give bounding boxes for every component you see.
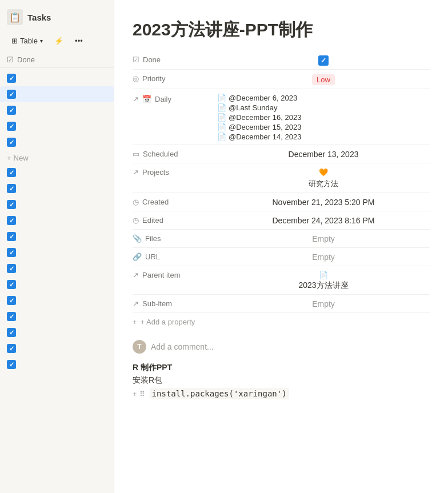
drag-handle-icon[interactable]: ⠿ <box>139 390 145 398</box>
table-row[interactable] <box>0 245 114 260</box>
created-label-text: Created <box>142 198 169 206</box>
add-property-button[interactable]: + + Add a property <box>133 313 430 331</box>
table-row[interactable] <box>0 181 114 197</box>
table-row[interactable] <box>0 134 114 150</box>
list-item[interactable]: 📄 @December 15, 2023 <box>217 123 301 131</box>
table-row[interactable] <box>0 213 114 229</box>
table-view-button[interactable]: ⊞ Table ▾ <box>7 34 47 47</box>
daily-entry-text: @December 15, 2023 <box>229 123 301 131</box>
done-checkbox[interactable] <box>7 328 16 337</box>
created-value: November 21, 2023 5:20 PM <box>217 197 430 207</box>
priority-icon: ◎ <box>133 74 139 83</box>
edited-value: December 24, 2023 8:16 PM <box>217 215 430 225</box>
properties-section: ☑ Done ◎ Priority Low ↗ 📅 Daily <box>114 51 448 331</box>
row-group-1 <box>0 70 114 150</box>
table-row[interactable] <box>0 356 114 372</box>
created-property-row: ◷ Created November 21, 2023 5:20 PM <box>133 193 430 211</box>
arrow-up-right-icon: ↗ <box>133 168 139 177</box>
code-text: install.packages('xaringan') <box>150 388 289 399</box>
table-row[interactable] <box>0 324 114 340</box>
done-checkbox[interactable] <box>7 90 16 99</box>
sidebar-rows: + New <box>0 68 114 493</box>
table-row[interactable] <box>0 260 114 276</box>
parent-item-label: ↗ Parent item <box>133 270 217 279</box>
done-checkbox[interactable] <box>7 106 16 115</box>
new-row-button[interactable]: + New <box>0 151 114 165</box>
done-checkbox[interactable] <box>7 264 16 273</box>
doc-icon: 📄 <box>217 94 226 102</box>
table-row[interactable] <box>0 70 114 86</box>
list-item[interactable]: 📄 @Last Sunday <box>217 103 277 112</box>
more-options-button[interactable]: ••• <box>70 34 87 47</box>
table-row[interactable] <box>0 118 114 134</box>
table-row[interactable] <box>0 165 114 181</box>
done-checkbox[interactable] <box>7 232 16 241</box>
table-row[interactable] <box>0 197 114 213</box>
scheduled-value[interactable]: December 13, 2023 <box>217 149 430 159</box>
done-checkbox[interactable] <box>7 248 16 257</box>
priority-value[interactable]: Low <box>217 73 430 85</box>
done-value[interactable] <box>217 54 430 66</box>
daily-entry-text: @December 14, 2023 <box>229 133 301 141</box>
arrow-up-right-icon: ↗ <box>133 271 139 279</box>
done-checkbox[interactable] <box>7 280 16 289</box>
lightning-button[interactable]: ⚡ <box>50 34 68 47</box>
doc-icon: 📄 <box>217 133 226 141</box>
done-checkbox[interactable] <box>7 168 16 177</box>
table-row[interactable] <box>0 308 114 324</box>
content-line1: 安装R包 <box>133 375 430 386</box>
table-row[interactable] <box>0 102 114 118</box>
table-row[interactable] <box>0 229 114 245</box>
code-line-icons: + ⠿ <box>133 390 145 398</box>
files-value[interactable]: Empty <box>217 233 430 243</box>
comment-input[interactable]: Add a comment... <box>151 342 214 351</box>
priority-badge[interactable]: Low <box>312 74 335 85</box>
priority-label-text: Priority <box>142 74 165 83</box>
parent-item-label-text: Parent item <box>142 271 180 279</box>
content-body: R 制作PPT 安装R包 + ⠿ install.packages('xarin… <box>114 358 448 418</box>
done-checkbox[interactable] <box>7 296 16 305</box>
more-icon: ••• <box>75 37 83 45</box>
projects-value[interactable]: 🧡 研究方法 <box>217 167 430 189</box>
done-checkbox[interactable] <box>7 74 16 83</box>
url-value[interactable]: Empty <box>217 251 430 262</box>
done-checkbox[interactable] <box>7 344 16 353</box>
parent-item-value[interactable]: 📄 2023方法讲座 <box>217 270 430 291</box>
created-label: ◷ Created <box>133 197 217 206</box>
doc-icon: 📄 <box>217 113 226 122</box>
files-property-row: 📎 Files Empty <box>133 230 430 248</box>
url-property-row: 🔗 URL Empty <box>133 248 430 266</box>
edited-date: December 24, 2023 8:16 PM <box>273 216 375 225</box>
sidebar: 📋 Tasks ⊞ Table ▾ ⚡ ••• ☑ Done <box>0 0 114 493</box>
done-checkbox[interactable] <box>7 360 16 369</box>
paperclip-icon: 📎 <box>133 234 142 243</box>
main-content: 2023方法讲座-PPT制作 ☑ Done ◎ Priority Low <box>114 0 448 493</box>
arrow-up-right-icon: ↗ <box>133 299 139 308</box>
url-label-text: URL <box>145 252 160 261</box>
table-row[interactable] <box>0 292 114 308</box>
done-checkbox-value[interactable] <box>318 55 329 66</box>
list-item[interactable]: 📄 @December 6, 2023 <box>217 94 297 102</box>
done-checkbox[interactable] <box>7 138 16 147</box>
done-checkbox[interactable] <box>7 312 16 321</box>
projects-label: ↗ Projects <box>133 167 217 177</box>
done-checkbox[interactable] <box>7 184 16 193</box>
list-item[interactable]: 📄 @December 16, 2023 <box>217 113 301 122</box>
lightning-icon: ⚡ <box>54 37 63 45</box>
priority-property-row: ◎ Priority Low <box>133 70 430 89</box>
clock-icon: ◷ <box>133 216 139 225</box>
files-label-text: Files <box>145 234 161 243</box>
table-row[interactable] <box>0 86 114 102</box>
daily-label: ↗ 📅 Daily <box>133 93 217 103</box>
table-row[interactable] <box>0 340 114 356</box>
doc-icon: 📄 <box>319 271 328 279</box>
table-row[interactable] <box>0 276 114 292</box>
done-checkbox[interactable] <box>7 216 16 225</box>
url-empty: Empty <box>312 252 335 262</box>
done-checkbox[interactable] <box>7 200 16 209</box>
done-checkbox[interactable] <box>7 122 16 131</box>
projects-property-row: ↗ Projects 🧡 研究方法 <box>133 163 430 193</box>
sub-item-value[interactable]: Empty <box>217 298 430 308</box>
list-item[interactable]: 📄 @December 14, 2023 <box>217 133 301 141</box>
files-label: 📎 Files <box>133 233 217 243</box>
